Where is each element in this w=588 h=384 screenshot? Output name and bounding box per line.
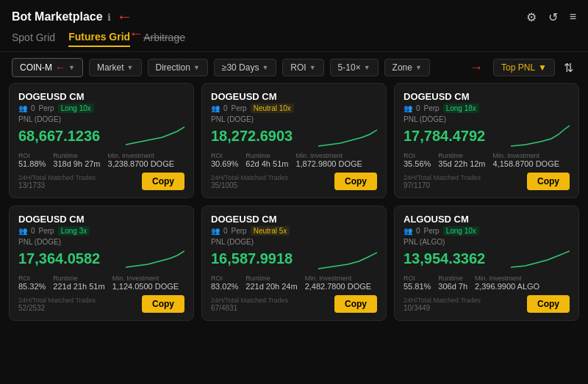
- card-1-roi: ROI 51.88%: [18, 152, 46, 168]
- filter-days[interactable]: ≥30 Days ▼: [214, 59, 277, 76]
- card-6-trades-label: 24H/Total Matched Trades: [404, 297, 481, 304]
- card-3-title: DOGEUSD CM: [404, 91, 470, 102]
- advanced-filter-icon[interactable]: ⇅: [561, 61, 576, 75]
- filter-zone-label: Zone: [392, 62, 412, 73]
- filter-market-label: Market: [97, 62, 124, 73]
- filter-coin-m[interactable]: COIN-M ← ▼: [12, 58, 83, 77]
- card-3-badge: Long 18x: [443, 104, 479, 113]
- card-3-roi-value: 35.56%: [404, 159, 431, 168]
- cards-grid: DOGEUSD CM 👥 0 Perp Long 10x PNL (DOGE) …: [0, 83, 588, 330]
- card-1-runtime-value: 318d 9h 27m: [53, 159, 100, 168]
- card-1-meta: 👥 0 Perp Long 10x: [18, 104, 184, 113]
- card-3-copy-button[interactable]: Copy: [527, 173, 570, 190]
- tab-arbitrage[interactable]: Arbitrage: [143, 32, 185, 46]
- card-4-pnl-value: 17,364.0582: [18, 250, 100, 267]
- card-2-meta: 👥 0 Perp Neutral 10x: [211, 104, 377, 113]
- card-6-roi-value: 55.81%: [404, 282, 431, 291]
- card-3-roi: ROI 35.56%: [404, 152, 431, 168]
- card-1-pnl-row: 68,667.1236: [18, 124, 184, 148]
- card-5-copy-button[interactable]: Copy: [334, 295, 377, 313]
- card-2-copy-button[interactable]: Copy: [334, 173, 377, 190]
- card-4-min-value: 1,124.0500 DOGE: [112, 282, 179, 291]
- filter-market[interactable]: Market ▼: [89, 59, 142, 76]
- card-4-meta: 👥 0 Perp Long 3x: [18, 226, 184, 236]
- card-5-title: DOGEUSD CM: [211, 214, 277, 225]
- bot-card-6: ALGOUSD CM 👥 0 Perp Long 10x PNL (ALGO) …: [394, 206, 579, 321]
- card-5-footer: 24H/Total Matched Trades 67/4831 Copy: [211, 295, 377, 313]
- card-2-trades-label: 24H/Total Matched Trades: [211, 174, 288, 181]
- info-icon[interactable]: ℹ: [107, 12, 111, 23]
- card-1-trades-label: 24H/Total Matched Trades: [18, 174, 96, 181]
- chevron-down-icon: ▼: [193, 64, 200, 71]
- filter-zone[interactable]: Zone ▼: [384, 59, 430, 76]
- filter-coin-m-label: COIN-M: [20, 62, 52, 73]
- card-3-perp: Perp: [424, 104, 440, 112]
- card-4-header: DOGEUSD CM: [18, 214, 184, 225]
- card-5-stats: ROI 83.02% Runtime 221d 20h 24m Min. Inv…: [211, 275, 377, 291]
- card-2-chart: [318, 124, 377, 148]
- card-1-badge: Long 10x: [58, 104, 94, 113]
- tab-spot-grid[interactable]: Spot Grid: [12, 32, 55, 46]
- card-1-trades-value: 13/1733: [18, 181, 96, 189]
- card-5-badge: Neutral 5x: [251, 226, 290, 236]
- card-5-pnl-label: PNL (DOGE): [211, 238, 377, 246]
- card-2-meta-count: 0: [223, 104, 228, 112]
- settings-icon[interactable]: ⚙: [526, 10, 537, 24]
- card-5-trades-value: 67/4831: [211, 304, 288, 312]
- card-3-meta-count: 0: [416, 104, 420, 112]
- filter-roi[interactable]: ROI ▼: [282, 59, 323, 76]
- chevron-down-icon: ▼: [309, 64, 316, 71]
- card-3-min-value: 4,158.8700 DOGE: [493, 159, 560, 168]
- card-3-trades: 24H/Total Matched Trades 97/1170: [404, 174, 481, 189]
- card-4-meta-count: 0: [31, 227, 35, 235]
- card-6-min-value: 2,396.9900 ALGO: [475, 282, 539, 291]
- card-6-copy-button[interactable]: Copy: [527, 295, 570, 313]
- card-2-min-investment: Min. Investment 1,872.9800 DOGE: [295, 152, 362, 168]
- card-6-pnl-label: PNL (ALGO): [404, 238, 570, 246]
- card-4-pnl-label: PNL (DOGE): [18, 238, 184, 246]
- arrow-annotation-2: ←: [129, 25, 143, 42]
- card-2-title: DOGEUSD CM: [211, 91, 277, 102]
- filter-leverage[interactable]: 5-10× ▼: [330, 59, 379, 76]
- card-2-roi-value: 30.69%: [211, 159, 238, 168]
- card-4-pnl-row: 17,364.0582: [18, 247, 184, 270]
- menu-icon[interactable]: ≡: [570, 10, 576, 23]
- card-2-perp: Perp: [232, 104, 247, 112]
- card-4-copy-button[interactable]: Copy: [142, 295, 184, 313]
- card-6-runtime: Runtime 306d 7h: [438, 275, 467, 291]
- card-1-footer: 24H/Total Matched Trades 13/1733 Copy: [18, 173, 184, 190]
- card-4-min-investment: Min. Investment 1,124.0500 DOGE: [112, 275, 179, 291]
- card-6-header: ALGOUSD CM: [404, 214, 570, 225]
- refresh-icon[interactable]: ↺: [548, 10, 558, 24]
- card-1-runtime: Runtime 318d 9h 27m: [53, 152, 100, 168]
- card-5-min-investment: Min. Investment 2,482.7800 DOGE: [305, 275, 372, 291]
- card-2-pnl-label: PNL (DOGE): [211, 115, 377, 123]
- card-1-min-value: 3,238.8700 DOGE: [108, 159, 175, 168]
- card-1-copy-button[interactable]: Copy: [142, 173, 184, 190]
- sort-top-pnl[interactable]: Top PNL ▼: [493, 59, 555, 76]
- card-4-trades: 24H/Total Matched Trades 52/2532: [18, 297, 96, 312]
- users-icon: 👥: [18, 104, 27, 112]
- card-3-header: DOGEUSD CM: [404, 91, 570, 102]
- card-1-title: DOGEUSD CM: [18, 91, 85, 102]
- card-2-roi: ROI 30.69%: [211, 152, 238, 168]
- card-6-min-investment: Min. Investment 2,396.9900 ALGO: [475, 275, 539, 291]
- bot-card-5: DOGEUSD CM 👥 0 Perp Neutral 5x PNL (DOGE…: [201, 206, 387, 321]
- bot-card-3: DOGEUSD CM 👥 0 Perp Long 18x PNL (DOGE) …: [394, 83, 579, 198]
- card-1-pnl-label: PNL (DOGE): [18, 115, 184, 123]
- card-1-pnl-value: 68,667.1236: [18, 128, 100, 145]
- filter-direction[interactable]: Direction ▼: [148, 59, 208, 76]
- card-2-trades: 24H/Total Matched Trades 35/1005: [211, 174, 288, 189]
- card-6-roi: ROI 55.81%: [404, 275, 431, 291]
- filter-bar: COIN-M ← ▼ Market ▼ Direction ▼ ≥30 Days…: [0, 52, 588, 83]
- card-5-pnl-row: 16,587.9918: [211, 247, 377, 270]
- tab-futures-grid[interactable]: Futures Grid ←: [68, 31, 130, 47]
- card-1-min-investment: Min. Investment 3,238.8700 DOGE: [108, 152, 175, 168]
- card-4-roi: ROI 85.32%: [18, 275, 46, 291]
- card-4-stats: ROI 85.32% Runtime 221d 21h 51m Min. Inv…: [18, 275, 184, 291]
- card-2-trades-value: 35/1005: [211, 181, 288, 189]
- card-3-pnl-label: PNL (DOGE): [404, 115, 570, 123]
- card-1-stats: ROI 51.88% Runtime 318d 9h 27m Min. Inve…: [18, 152, 184, 168]
- users-icon: 👥: [404, 104, 412, 112]
- users-icon: 👥: [211, 227, 220, 235]
